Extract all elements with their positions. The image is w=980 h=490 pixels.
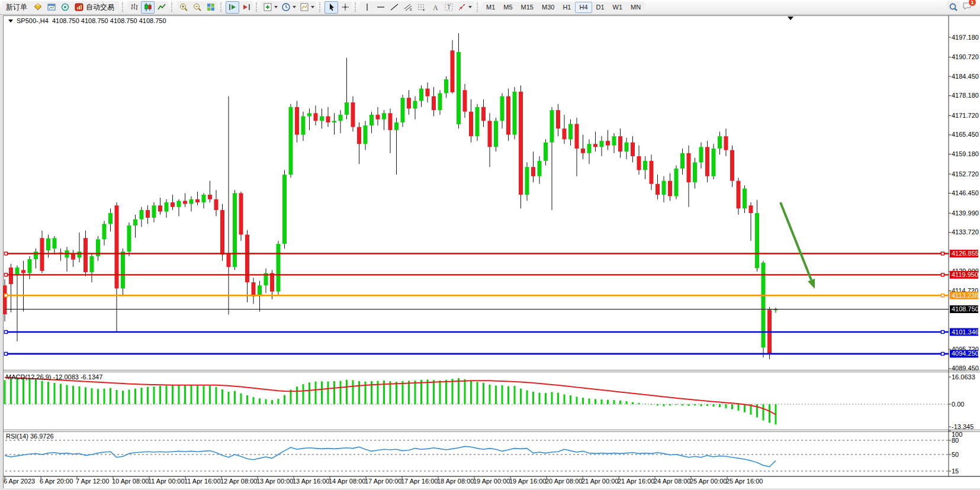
candle-body — [674, 169, 679, 196]
time-tick-label: 11 Apr 00:00 — [148, 478, 185, 485]
timeframe-toolbar: M1M5M15M30H1H4D1W1MN — [482, 2, 645, 13]
add-indicator-button[interactable] — [261, 1, 279, 14]
time-tick-label: 19 Apr 16:00 — [509, 478, 546, 485]
label-button[interactable]: T — [442, 1, 455, 14]
chart-title-bar[interactable]: SP500-,H4 4108.750 4108.750 4108.750 410… — [8, 17, 166, 24]
macd-tick-label: -13.345 — [952, 423, 973, 430]
rsi-tick-label: 80 — [952, 437, 959, 444]
candle-body — [127, 225, 131, 252]
price-badge-label: 4108.750 — [952, 305, 979, 312]
new-order-button[interactable]: 新订单 — [2, 1, 31, 14]
timeframe-w1[interactable]: W1 — [609, 2, 627, 13]
chevron-down-icon — [311, 6, 314, 8]
autotrade-label: 自动交易 — [84, 2, 116, 12]
vline-button[interactable] — [360, 1, 374, 14]
time-tick-label: 7 Apr 12:00 — [76, 478, 109, 485]
chat-button[interactable]: 1 — [962, 1, 972, 13]
candle-body — [15, 267, 20, 274]
candle-body — [345, 102, 349, 115]
timeframe-h1[interactable]: H1 — [558, 2, 575, 13]
timeframe-mn[interactable]: MN — [626, 2, 645, 13]
candle-body — [133, 220, 137, 225]
fibonacci-button[interactable]: F — [415, 1, 428, 14]
timeframe-d1[interactable]: D1 — [592, 2, 609, 13]
candle-body — [301, 116, 306, 134]
toolbar-grip — [319, 2, 323, 12]
line-handle[interactable] — [942, 294, 944, 297]
gold-icon[interactable] — [31, 1, 44, 14]
bar-chart-button[interactable] — [127, 1, 141, 14]
bars-icon — [130, 2, 139, 12]
trendline-button[interactable] — [387, 1, 401, 14]
line-handle[interactable] — [942, 352, 944, 355]
arrows-icon — [457, 2, 467, 12]
time-tick-label: 14 Apr 08:00 — [329, 478, 365, 485]
line-chart-button[interactable] — [155, 1, 168, 14]
period-button[interactable] — [279, 1, 298, 14]
channel-button[interactable]: E — [401, 1, 415, 14]
candle-body — [3, 285, 7, 314]
line-handle[interactable] — [5, 352, 8, 355]
price-tick-label: 4139.990 — [952, 209, 979, 217]
candle-body — [749, 205, 753, 213]
price-tick-label: 4184.450 — [952, 73, 979, 80]
line-handle[interactable] — [5, 294, 8, 297]
timeframe-m30[interactable]: M30 — [538, 2, 558, 13]
chart-shift-button[interactable] — [239, 1, 253, 14]
cross-icon — [340, 2, 350, 12]
candle-body — [165, 202, 169, 212]
crosshair-button[interactable] — [338, 1, 352, 14]
candle-body — [755, 213, 759, 268]
time-tick-label: 17 Apr 16:00 — [401, 478, 438, 485]
template-button[interactable] — [298, 1, 316, 14]
line-handle[interactable] — [942, 331, 944, 334]
time-tick-label: 20 Apr 08:00 — [545, 478, 582, 485]
cursor-button[interactable] — [324, 1, 338, 14]
candle-body — [357, 127, 361, 144]
linechart-icon — [157, 2, 166, 12]
chart-canvas[interactable]: 4197.1804190.7204184.4504178.1804171.720… — [3, 15, 980, 488]
trend-arrow[interactable] — [780, 202, 811, 280]
line-handle[interactable] — [5, 331, 8, 334]
vline-icon — [362, 2, 372, 12]
tile-windows-button[interactable] — [204, 1, 217, 14]
timeframe-m15[interactable]: M15 — [517, 2, 538, 13]
line-handle[interactable] — [5, 273, 8, 276]
candle-body — [575, 124, 579, 149]
text-button[interactable]: A — [428, 1, 442, 14]
line-handle[interactable] — [942, 252, 944, 255]
candle-body — [121, 252, 125, 288]
timeframe-m5[interactable]: M5 — [499, 2, 516, 13]
zoom-out-button[interactable] — [190, 1, 204, 14]
candle-body — [718, 136, 722, 149]
chevron-down-icon — [274, 6, 278, 8]
autotrade-button[interactable]: 自动交易 — [72, 1, 119, 14]
signal-icon[interactable] — [58, 1, 72, 14]
chevron-down-icon — [468, 6, 472, 8]
autotrade-icon — [75, 2, 84, 12]
chart-window-icon[interactable] — [44, 1, 58, 14]
macd-tick-label: 0.00 — [952, 401, 964, 408]
price-tick-label: 4171.720 — [952, 112, 979, 119]
timeframe-m1[interactable]: M1 — [482, 2, 499, 13]
candle-body — [705, 147, 709, 176]
gold-icon — [33, 2, 43, 12]
candle-body — [600, 141, 604, 147]
cshift-icon — [242, 2, 251, 12]
zoom-in-button[interactable] — [176, 1, 190, 14]
candle-body — [189, 199, 194, 204]
timeframe-h4[interactable]: H4 — [575, 2, 592, 13]
arrows-button[interactable] — [455, 1, 474, 14]
candlestick-button[interactable] — [141, 1, 155, 14]
search-button[interactable] — [946, 1, 960, 14]
chart-dropdown-icon[interactable] — [8, 20, 13, 22]
time-tick-label: 25 Apr 16:00 — [726, 478, 763, 485]
auto-scroll-button[interactable] — [226, 1, 239, 14]
toolbar-grip — [256, 2, 259, 12]
line-handle[interactable] — [5, 252, 8, 255]
line-handle[interactable] — [942, 273, 944, 276]
candle-body — [332, 121, 336, 122]
hline-button[interactable] — [374, 1, 387, 14]
time-tick-label: 6 Apr 2023 — [4, 478, 35, 485]
time-tick-label: 12 Apr 08:00 — [220, 478, 257, 485]
